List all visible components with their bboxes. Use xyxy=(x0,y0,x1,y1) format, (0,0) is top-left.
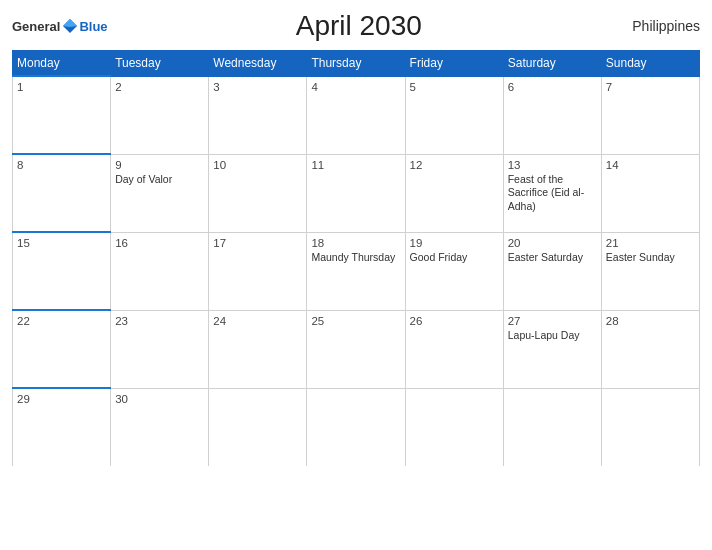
header: General Blue April 2030 Philippines xyxy=(12,10,700,42)
logo: General Blue xyxy=(12,17,108,35)
day-number: 11 xyxy=(311,159,400,171)
header-sunday: Sunday xyxy=(601,51,699,77)
calendar-title: April 2030 xyxy=(108,10,610,42)
day-number: 2 xyxy=(115,81,204,93)
calendar-cell xyxy=(405,388,503,466)
day-number: 9 xyxy=(115,159,204,171)
week-row-3: 15161718Maundy Thursday19Good Friday20Ea… xyxy=(13,232,700,310)
day-number: 16 xyxy=(115,237,204,249)
calendar-cell: 18Maundy Thursday xyxy=(307,232,405,310)
calendar-cell: 26 xyxy=(405,310,503,388)
calendar-cell: 4 xyxy=(307,76,405,154)
week-row-5: 2930 xyxy=(13,388,700,466)
logo-general-text: General xyxy=(12,20,60,33)
day-number: 14 xyxy=(606,159,695,171)
calendar-cell xyxy=(601,388,699,466)
calendar-cell: 23 xyxy=(111,310,209,388)
day-number: 7 xyxy=(606,81,695,93)
day-number: 5 xyxy=(410,81,499,93)
day-number: 8 xyxy=(17,159,106,171)
week-row-4: 222324252627Lapu-Lapu Day28 xyxy=(13,310,700,388)
calendar-cell: 30 xyxy=(111,388,209,466)
calendar-cell: 14 xyxy=(601,154,699,232)
week-row-2: 89Day of Valor10111213Feast of the Sacri… xyxy=(13,154,700,232)
day-number: 24 xyxy=(213,315,302,327)
svg-marker-1 xyxy=(63,19,77,27)
calendar-cell xyxy=(307,388,405,466)
header-thursday: Thursday xyxy=(307,51,405,77)
calendar-cell: 17 xyxy=(209,232,307,310)
day-number: 29 xyxy=(17,393,106,405)
day-number: 4 xyxy=(311,81,400,93)
calendar-table: Monday Tuesday Wednesday Thursday Friday… xyxy=(12,50,700,466)
calendar-cell: 24 xyxy=(209,310,307,388)
day-number: 1 xyxy=(17,81,106,93)
day-number: 20 xyxy=(508,237,597,249)
day-number: 3 xyxy=(213,81,302,93)
weekday-header-row: Monday Tuesday Wednesday Thursday Friday… xyxy=(13,51,700,77)
logo-blue-text: Blue xyxy=(79,20,107,33)
header-friday: Friday xyxy=(405,51,503,77)
day-number: 17 xyxy=(213,237,302,249)
holiday-label: Lapu-Lapu Day xyxy=(508,329,597,343)
day-number: 30 xyxy=(115,393,204,405)
holiday-label: Easter Sunday xyxy=(606,251,695,265)
calendar-cell: 20Easter Saturday xyxy=(503,232,601,310)
calendar-cell: 7 xyxy=(601,76,699,154)
calendar-cell: 1 xyxy=(13,76,111,154)
calendar-cell: 6 xyxy=(503,76,601,154)
calendar-cell: 25 xyxy=(307,310,405,388)
header-tuesday: Tuesday xyxy=(111,51,209,77)
calendar-cell: 19Good Friday xyxy=(405,232,503,310)
day-number: 6 xyxy=(508,81,597,93)
day-number: 22 xyxy=(17,315,106,327)
day-number: 21 xyxy=(606,237,695,249)
calendar-cell: 11 xyxy=(307,154,405,232)
day-number: 15 xyxy=(17,237,106,249)
calendar-cell: 3 xyxy=(209,76,307,154)
day-number: 27 xyxy=(508,315,597,327)
calendar-cell: 9Day of Valor xyxy=(111,154,209,232)
holiday-label: Feast of the Sacrifice (Eid al-Adha) xyxy=(508,173,597,214)
calendar-cell: 8 xyxy=(13,154,111,232)
calendar-cell: 16 xyxy=(111,232,209,310)
day-number: 25 xyxy=(311,315,400,327)
calendar-cell xyxy=(503,388,601,466)
day-number: 10 xyxy=(213,159,302,171)
holiday-label: Good Friday xyxy=(410,251,499,265)
day-number: 23 xyxy=(115,315,204,327)
day-number: 13 xyxy=(508,159,597,171)
calendar-cell: 5 xyxy=(405,76,503,154)
logo-flag-icon xyxy=(61,17,79,35)
calendar-page: General Blue April 2030 Philippines Mond… xyxy=(0,0,712,550)
holiday-label: Easter Saturday xyxy=(508,251,597,265)
header-monday: Monday xyxy=(13,51,111,77)
country-label: Philippines xyxy=(610,18,700,34)
holiday-label: Maundy Thursday xyxy=(311,251,400,265)
calendar-cell: 21Easter Sunday xyxy=(601,232,699,310)
calendar-cell: 10 xyxy=(209,154,307,232)
calendar-cell: 28 xyxy=(601,310,699,388)
week-row-1: 1234567 xyxy=(13,76,700,154)
day-number: 12 xyxy=(410,159,499,171)
calendar-cell: 2 xyxy=(111,76,209,154)
day-number: 26 xyxy=(410,315,499,327)
calendar-cell: 27Lapu-Lapu Day xyxy=(503,310,601,388)
calendar-cell: 13Feast of the Sacrifice (Eid al-Adha) xyxy=(503,154,601,232)
header-wednesday: Wednesday xyxy=(209,51,307,77)
header-saturday: Saturday xyxy=(503,51,601,77)
calendar-cell: 29 xyxy=(13,388,111,466)
calendar-cell xyxy=(209,388,307,466)
calendar-cell: 15 xyxy=(13,232,111,310)
calendar-cell: 22 xyxy=(13,310,111,388)
day-number: 18 xyxy=(311,237,400,249)
holiday-label: Day of Valor xyxy=(115,173,204,187)
calendar-cell: 12 xyxy=(405,154,503,232)
day-number: 19 xyxy=(410,237,499,249)
day-number: 28 xyxy=(606,315,695,327)
